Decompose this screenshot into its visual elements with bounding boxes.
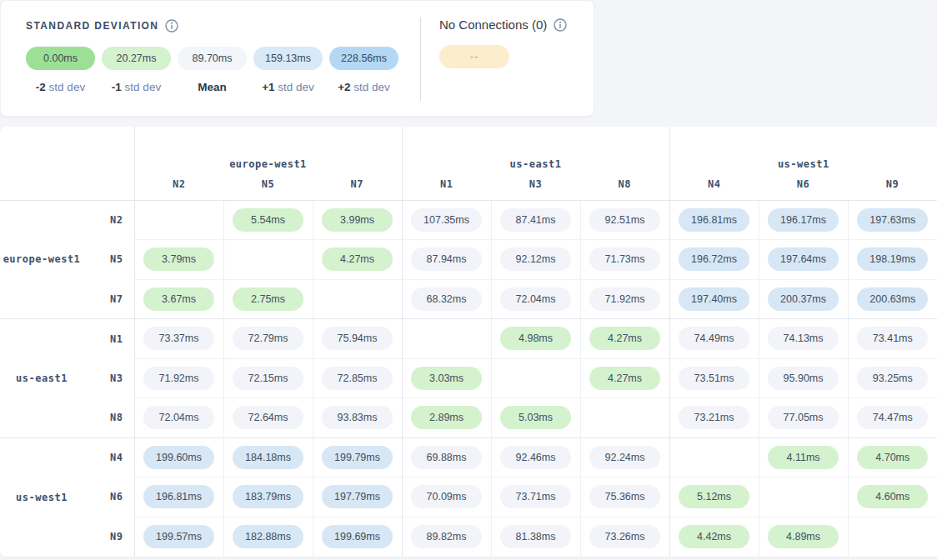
latency-pill[interactable]: 71.73ms [589, 248, 660, 271]
latency-cell[interactable]: 4.27ms [313, 240, 402, 280]
info-icon[interactable] [554, 18, 567, 32]
latency-pill[interactable]: 196.81ms [143, 485, 214, 508]
latency-cell[interactable]: 5.03ms [491, 398, 580, 438]
latency-cell[interactable]: 70.09ms [402, 478, 491, 518]
latency-pill[interactable]: 197.79ms [322, 485, 393, 508]
latency-cell[interactable]: 183.79ms [223, 478, 313, 518]
latency-pill[interactable]: 4.70ms [857, 446, 928, 469]
latency-cell[interactable]: 75.36ms [580, 478, 669, 518]
latency-pill[interactable]: 4.11ms [768, 446, 839, 469]
latency-pill[interactable]: 89.82ms [411, 525, 482, 548]
latency-pill[interactable]: 74.13ms [768, 327, 839, 350]
latency-pill[interactable]: 3.99ms [322, 208, 393, 232]
latency-pill[interactable]: 4.89ms [768, 525, 839, 548]
latency-cell[interactable]: 5.54ms [223, 200, 313, 240]
latency-cell[interactable]: 81.38ms [491, 517, 580, 557]
latency-pill[interactable]: 69.88ms [411, 446, 482, 469]
latency-pill[interactable]: 199.79ms [322, 446, 393, 469]
latency-pill[interactable]: 182.88ms [233, 525, 303, 548]
latency-cell[interactable]: 89.82ms [402, 517, 491, 557]
latency-cell[interactable]: 72.04ms [491, 279, 580, 319]
latency-pill[interactable]: 92.12ms [500, 248, 571, 271]
latency-pill[interactable]: 4.27ms [589, 327, 660, 350]
latency-cell[interactable]: 73.21ms [669, 398, 759, 438]
latency-pill[interactable]: 72.79ms [233, 327, 303, 350]
latency-cell[interactable]: 196.72ms [669, 240, 759, 280]
latency-cell[interactable]: 92.12ms [491, 240, 580, 280]
latency-pill[interactable]: 92.46ms [500, 446, 571, 469]
latency-pill[interactable]: 196.72ms [679, 248, 749, 271]
latency-pill[interactable]: 72.04ms [143, 406, 214, 429]
latency-cell[interactable]: 68.32ms [402, 279, 491, 319]
latency-pill[interactable]: 5.54ms [233, 208, 303, 232]
latency-cell[interactable]: 92.24ms [580, 438, 669, 478]
latency-pill[interactable]: 199.57ms [143, 525, 214, 548]
latency-cell[interactable]: 2.75ms [223, 279, 313, 319]
latency-cell[interactable]: 74.49ms [669, 319, 759, 359]
latency-cell[interactable]: 73.37ms [134, 319, 223, 359]
latency-cell[interactable]: 95.90ms [759, 358, 848, 398]
latency-cell[interactable]: 197.64ms [759, 240, 848, 280]
latency-pill[interactable]: 92.24ms [589, 446, 660, 469]
latency-pill[interactable]: 107.35ms [411, 208, 482, 232]
latency-pill[interactable]: 92.51ms [589, 208, 660, 232]
latency-cell[interactable]: 69.88ms [402, 438, 491, 478]
latency-cell[interactable]: 72.85ms [313, 358, 402, 398]
latency-pill[interactable]: 74.47ms [857, 406, 928, 429]
latency-cell[interactable]: 184.18ms [223, 438, 313, 478]
latency-cell[interactable]: 74.13ms [759, 319, 848, 359]
latency-cell[interactable]: 87.94ms [402, 240, 491, 280]
latency-cell[interactable]: 92.46ms [491, 438, 580, 478]
latency-pill[interactable]: 95.90ms [768, 367, 839, 390]
latency-cell[interactable]: 92.51ms [580, 200, 669, 240]
latency-cell[interactable]: 71.92ms [134, 358, 223, 398]
latency-pill[interactable]: 93.83ms [322, 406, 393, 429]
latency-cell[interactable]: 197.40ms [669, 279, 759, 319]
latency-pill[interactable]: 2.89ms [411, 406, 482, 429]
latency-cell[interactable]: 4.98ms [491, 319, 580, 359]
latency-pill[interactable]: 87.94ms [411, 248, 482, 271]
latency-cell[interactable]: 4.70ms [848, 438, 937, 478]
latency-cell[interactable]: 93.25ms [848, 358, 937, 398]
latency-pill[interactable]: 73.41ms [857, 327, 928, 350]
latency-cell[interactable]: 75.94ms [313, 319, 402, 359]
latency-pill[interactable]: 73.37ms [143, 327, 214, 350]
latency-cell[interactable]: 199.69ms [313, 517, 402, 557]
latency-pill[interactable]: 73.51ms [679, 367, 749, 390]
latency-pill[interactable]: 75.36ms [589, 485, 660, 508]
latency-pill[interactable]: 196.81ms [679, 208, 749, 232]
latency-pill[interactable]: 5.12ms [679, 485, 749, 508]
latency-pill[interactable]: 73.26ms [589, 525, 660, 548]
latency-pill[interactable]: 73.71ms [500, 485, 571, 508]
latency-pill[interactable]: 197.63ms [857, 208, 928, 232]
latency-cell[interactable]: 4.11ms [759, 438, 848, 478]
latency-cell[interactable]: 3.99ms [313, 200, 402, 240]
latency-cell[interactable]: 73.41ms [848, 319, 937, 359]
latency-pill[interactable]: 87.41ms [500, 208, 571, 232]
latency-cell[interactable]: 72.64ms [223, 398, 313, 438]
latency-cell[interactable]: 199.60ms [134, 438, 223, 478]
latency-cell[interactable]: 73.51ms [669, 358, 759, 398]
latency-pill[interactable]: 3.67ms [143, 288, 214, 311]
latency-pill[interactable]: 199.60ms [143, 446, 214, 469]
info-icon[interactable] [165, 19, 178, 32]
latency-pill[interactable]: 199.69ms [322, 525, 393, 548]
latency-pill[interactable]: 72.64ms [233, 406, 303, 429]
latency-cell[interactable]: 200.63ms [848, 279, 937, 319]
latency-cell[interactable]: 196.17ms [759, 200, 848, 240]
latency-cell[interactable]: 77.05ms [759, 398, 848, 438]
latency-cell[interactable]: 4.27ms [580, 358, 669, 398]
latency-cell[interactable]: 199.57ms [134, 517, 223, 557]
latency-pill[interactable]: 4.27ms [589, 367, 660, 390]
latency-pill[interactable]: 196.17ms [768, 208, 839, 232]
latency-pill[interactable]: 74.49ms [679, 327, 749, 350]
latency-pill[interactable]: 93.25ms [857, 367, 928, 390]
latency-cell[interactable]: 4.42ms [669, 517, 759, 557]
latency-pill[interactable]: 4.42ms [679, 525, 749, 548]
latency-cell[interactable]: 3.03ms [402, 358, 491, 398]
latency-pill[interactable]: 2.75ms [233, 288, 303, 311]
latency-cell[interactable]: 3.79ms [134, 240, 223, 280]
latency-pill[interactable]: 77.05ms [768, 406, 839, 429]
latency-pill[interactable]: 72.04ms [500, 288, 571, 311]
latency-pill[interactable]: 4.27ms [322, 248, 393, 271]
